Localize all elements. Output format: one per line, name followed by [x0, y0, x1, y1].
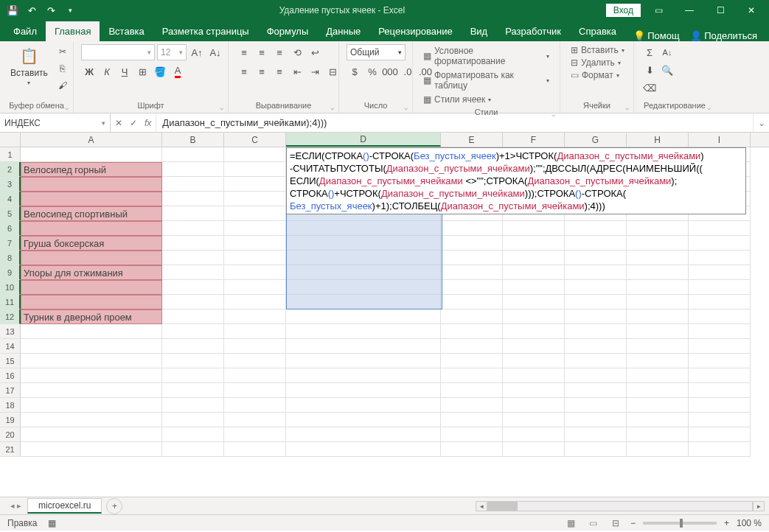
cell[interactable] [627, 324, 689, 339]
row-header[interactable]: 4 [0, 192, 21, 206]
font-name-select[interactable]: ▾ [81, 44, 155, 60]
cell[interactable] [503, 368, 565, 383]
accept-formula-icon[interactable]: ✓ [130, 118, 137, 128]
cell[interactable] [689, 280, 751, 295]
row-header[interactable]: 18 [0, 398, 21, 413]
cell[interactable] [689, 295, 751, 309]
cell[interactable] [224, 206, 286, 221]
cell[interactable] [441, 280, 503, 295]
conditional-format-button[interactable]: ▦Условное форматирование▾ [420, 44, 552, 68]
cell[interactable] [627, 442, 689, 457]
cell[interactable] [224, 265, 286, 280]
ribbon-tab-формулы[interactable]: Формулы [258, 21, 318, 41]
cell[interactable] [162, 265, 224, 280]
cell[interactable] [224, 354, 286, 368]
cell[interactable] [689, 383, 751, 398]
cell[interactable] [441, 413, 503, 427]
increase-font-icon[interactable]: A↑ [189, 44, 205, 60]
fx-icon[interactable]: fx [145, 118, 151, 128]
cell[interactable] [21, 383, 162, 398]
cell[interactable] [441, 324, 503, 339]
cell[interactable] [162, 442, 224, 457]
italic-button[interactable]: К [99, 63, 115, 80]
cell[interactable] [565, 265, 627, 280]
cell[interactable] [224, 162, 286, 177]
cell[interactable] [565, 427, 627, 442]
row-header[interactable]: 3 [0, 177, 21, 192]
cell[interactable] [224, 177, 286, 192]
cell[interactable] [162, 162, 224, 177]
cell[interactable] [689, 265, 751, 280]
cell[interactable] [565, 383, 627, 398]
row-header[interactable]: 10 [0, 280, 21, 295]
row-header[interactable]: 17 [0, 383, 21, 398]
cell[interactable] [503, 413, 565, 427]
cell[interactable] [565, 236, 627, 251]
cell[interactable]: Груша боксерская [21, 236, 162, 251]
row-header[interactable]: 20 [0, 427, 21, 442]
cell[interactable] [441, 354, 503, 368]
row-header[interactable]: 12 [0, 309, 21, 324]
cell[interactable] [224, 251, 286, 265]
cell[interactable] [565, 398, 627, 413]
cell[interactable] [627, 251, 689, 265]
cell-styles-button[interactable]: ▦Стили ячеек▾ [420, 93, 494, 106]
cell[interactable] [565, 339, 627, 354]
row-header[interactable]: 11 [0, 295, 21, 309]
ribbon-tab-данные[interactable]: Данные [317, 21, 369, 41]
sheet-tab[interactable]: microexcel.ru [27, 498, 102, 514]
row-header[interactable]: 2 [0, 162, 21, 177]
save-icon[interactable]: 💾 [4, 2, 21, 18]
cell[interactable] [689, 309, 751, 324]
fill-icon[interactable]: ⬇ [641, 62, 658, 78]
cell[interactable] [286, 295, 441, 309]
spreadsheet-grid[interactable]: ABCDEFGHI 12Велосипед горный345Велосипед… [0, 133, 769, 497]
col-header-B[interactable]: B [162, 133, 224, 147]
ribbon-tab-разработчик[interactable]: Разработчик [496, 21, 570, 41]
cell[interactable] [162, 309, 224, 324]
cell[interactable] [503, 236, 565, 251]
cell[interactable] [441, 442, 503, 457]
ribbon-tab-разметка страницы[interactable]: Разметка страницы [153, 21, 258, 41]
align-center-icon[interactable]: ≡ [254, 63, 270, 80]
qat-more-icon[interactable]: ▾ [62, 2, 78, 18]
autosum-icon[interactable]: Σ [641, 44, 658, 60]
cell[interactable] [286, 354, 441, 368]
cell[interactable] [162, 368, 224, 383]
row-header[interactable]: 5 [0, 206, 21, 221]
comma-icon[interactable]: 000 [382, 63, 398, 80]
format-painter-icon[interactable]: 🖌 [55, 78, 70, 93]
ribbon-tab-справка[interactable]: Справка [570, 21, 625, 41]
cell[interactable] [21, 221, 162, 236]
cell[interactable] [689, 368, 751, 383]
row-header[interactable]: 21 [0, 442, 21, 457]
cell[interactable] [162, 251, 224, 265]
minimize-icon[interactable]: — [676, 2, 703, 18]
cell[interactable] [286, 280, 441, 295]
sort-filter-icon[interactable]: A↓ [659, 44, 675, 60]
copy-icon[interactable]: ⎘ [55, 61, 70, 76]
cell[interactable] [224, 236, 286, 251]
ribbon-tab-рецензирование[interactable]: Рецензирование [369, 21, 461, 41]
col-header-D[interactable]: D [286, 133, 441, 147]
expand-formula-icon[interactable]: ⌄ [753, 113, 769, 132]
cell[interactable] [441, 221, 503, 236]
cell[interactable] [503, 442, 565, 457]
align-top-icon[interactable]: ≡ [236, 44, 252, 60]
cell[interactable] [627, 383, 689, 398]
cell[interactable] [224, 309, 286, 324]
currency-icon[interactable]: $ [347, 63, 363, 80]
cell[interactable]: Велосипед спортивный [21, 206, 162, 221]
cell[interactable] [21, 177, 162, 192]
cell[interactable] [565, 324, 627, 339]
delete-cells-button[interactable]: ⊟Удалить▾ [568, 57, 624, 69]
ribbon-tab-вид[interactable]: Вид [462, 21, 497, 41]
cell[interactable] [565, 221, 627, 236]
clear-icon[interactable]: ⌫ [641, 80, 658, 96]
align-left-icon[interactable]: ≡ [236, 63, 252, 80]
cell[interactable] [224, 368, 286, 383]
cell[interactable] [162, 339, 224, 354]
select-all-corner[interactable] [0, 133, 21, 147]
add-sheet-button[interactable]: + [106, 498, 122, 514]
macro-record-icon[interactable]: ▦ [48, 518, 56, 528]
